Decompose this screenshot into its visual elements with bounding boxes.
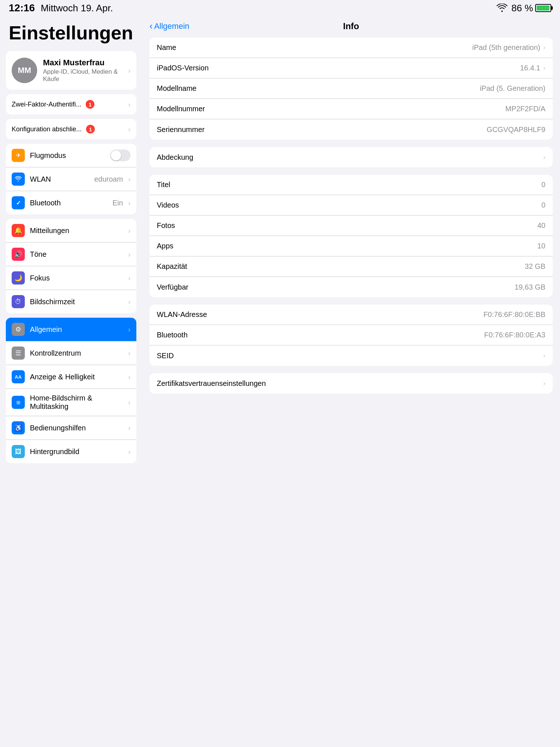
info-row-videos: Videos 0 <box>149 195 553 216</box>
network-card: WLAN-Adresse F0:76:6F:80:0E:BB Bluetooth… <box>149 305 553 366</box>
user-subtitle: Apple-ID, iCloud, Medien & Käufe <box>43 68 122 83</box>
sidebar-item-anzeige[interactable]: AA Anzeige & Helligkeit › <box>6 365 136 389</box>
preferences-group: 🔔 Mitteilungen › 🔊 Töne › 🌙 Fokus › ⏱ Bi… <box>6 219 136 313</box>
videos-value: 0 <box>541 201 545 209</box>
mitteilungen-label: Mitteilungen <box>30 227 123 235</box>
wlan-label: WLAN <box>30 175 89 183</box>
kontrollzentrum-label: Kontrollzentrum <box>30 349 123 357</box>
ipados-chevron: › <box>543 64 545 72</box>
seriennummer-label: Seriennummer <box>157 125 205 134</box>
name-value: iPad (5th generation) › <box>472 43 545 52</box>
sidebar-item-home[interactable]: ⊞ Home-Bildschirm & Multitasking › <box>6 389 136 416</box>
wlan-icon <box>12 173 25 186</box>
abdeckung-label: Abdeckung <box>157 153 193 162</box>
device-info-card: Name iPad (5th generation) › iPadOS-Vers… <box>149 38 553 140</box>
modellnummer-label: Modellnummer <box>157 105 205 113</box>
status-bar: 12:16 Mittwoch 19. Apr. 86 % <box>0 0 560 16</box>
name-value-text: iPad (5th generation) <box>472 43 540 52</box>
fokus-icon: 🌙 <box>12 271 25 285</box>
abdeckung-card: Abdeckung › <box>149 147 553 167</box>
fotos-value-text: 40 <box>537 221 545 230</box>
right-panel: ‹ Allgemein Info Name iPad (5th generati… <box>142 16 560 747</box>
bluetooth-icon: ✓ <box>12 196 25 209</box>
sidebar-item-fokus[interactable]: 🌙 Fokus › <box>6 266 136 290</box>
home-icon: ⊞ <box>12 396 25 409</box>
back-button[interactable]: ‹ Allgemein <box>149 20 189 32</box>
bildschirmzeit-label: Bildschirmzeit <box>30 298 123 306</box>
user-chevron: › <box>128 66 131 75</box>
fokus-label: Fokus <box>30 274 123 282</box>
info-row-kapazitaet: Kapazität 32 GB <box>149 256 553 277</box>
flugmodus-icon: ✈ <box>12 149 25 162</box>
abdeckung-chevron: › <box>543 154 545 161</box>
modellname-value-text: iPad (5. Generation) <box>480 84 545 93</box>
sidebar-item-bedienungshilfen[interactable]: ♿ Bedienungshilfen › <box>6 416 136 440</box>
info-row-titel: Titel 0 <box>149 175 553 195</box>
kontrollzentrum-icon: ☰ <box>12 347 25 360</box>
sidebar-item-mitteilungen[interactable]: 🔔 Mitteilungen › <box>6 219 136 243</box>
sidebar-item-toene[interactable]: 🔊 Töne › <box>6 243 136 266</box>
info-row-abdeckung[interactable]: Abdeckung › <box>149 147 553 167</box>
apps-label: Apps <box>157 242 174 250</box>
battery-icon <box>535 4 551 12</box>
titel-label: Titel <box>157 181 170 189</box>
ipados-label: iPadOS-Version <box>157 64 209 72</box>
sidebar-item-hintergrundbild[interactable]: 🖼 Hintergrundbild › <box>6 440 136 463</box>
info-row-modellnummer: Modellnummer MP2F2FD/A <box>149 99 553 119</box>
two-factor-left: Zwei-Faktor-Authentifi... 1 <box>12 100 94 109</box>
sidebar-item-allgemein[interactable]: ⚙ Allgemein › <box>6 318 136 341</box>
battery-percent: 86 % <box>512 3 533 14</box>
info-row-name[interactable]: Name iPad (5th generation) › <box>149 38 553 58</box>
bluetooth-address-value: F0:76:6F:80:0E:A3 <box>484 331 545 339</box>
two-factor-badge: 1 <box>86 100 94 109</box>
two-factor-banner[interactable]: Zwei-Faktor-Authentifi... 1 › <box>6 94 136 115</box>
info-row-seid[interactable]: SEID › <box>149 345 553 366</box>
info-row-bluetooth-address: Bluetooth F0:76:6F:80:0E:A3 <box>149 325 553 345</box>
wlan-address-value-text: F0:76:6F:80:0E:BB <box>483 310 545 319</box>
wlan-chevron: › <box>128 175 131 183</box>
apps-value: 10 <box>537 242 545 250</box>
seid-label: SEID <box>157 352 174 360</box>
abdeckung-value: › <box>543 154 545 161</box>
bedienungshilfen-label: Bedienungshilfen <box>30 424 123 432</box>
bedienungshilfen-icon: ♿ <box>12 421 25 434</box>
info-row-ipados[interactable]: iPadOS-Version 16.4.1 › <box>149 58 553 78</box>
konfiguration-banner[interactable]: Konfiguration abschlie... 1 › <box>6 119 136 139</box>
anzeige-label: Anzeige & Helligkeit <box>30 373 123 381</box>
seriennummer-value: GCGVQAP8HLF9 <box>487 125 545 134</box>
mitteilungen-icon: 🔔 <box>12 224 25 237</box>
detail-header: ‹ Allgemein Info <box>149 16 553 38</box>
info-row-zertifikate[interactable]: Zertifikatsvertrauenseinstellungen › <box>149 373 553 394</box>
fotos-label: Fotos <box>157 221 175 230</box>
anzeige-icon: AA <box>12 370 25 383</box>
info-row-wlan-address: WLAN-Adresse F0:76:6F:80:0E:BB <box>149 305 553 325</box>
videos-value-text: 0 <box>541 201 545 209</box>
name-chevron: › <box>543 44 545 51</box>
sidebar-item-wlan[interactable]: WLAN eduroam › <box>6 167 136 191</box>
toene-icon: 🔊 <box>12 248 25 261</box>
info-row-apps: Apps 10 <box>149 236 553 256</box>
sidebar-item-kontrollzentrum[interactable]: ☰ Kontrollzentrum › <box>6 341 136 365</box>
ipados-value: 16.4.1 › <box>520 64 545 72</box>
sidebar-item-bluetooth[interactable]: ✓ Bluetooth Ein › <box>6 191 136 214</box>
wlan-address-value: F0:76:6F:80:0E:BB <box>483 310 545 319</box>
user-profile[interactable]: MM Maxi Musterfrau Apple-ID, iCloud, Med… <box>6 51 136 90</box>
info-row-fotos: Fotos 40 <box>149 216 553 236</box>
system-group: ⚙ Allgemein › ☰ Kontrollzentrum › AA Anz… <box>6 318 136 463</box>
back-chevron-icon: ‹ <box>149 20 153 32</box>
bluetooth-label: Bluetooth <box>30 199 107 207</box>
flugmodus-toggle[interactable] <box>110 150 131 161</box>
sidebar-item-flugmodus[interactable]: ✈ Flugmodus <box>6 144 136 167</box>
flugmodus-label: Flugmodus <box>30 151 105 160</box>
bluetooth-value: Ein <box>112 199 123 207</box>
battery-fill <box>537 5 549 11</box>
kapazitaet-label: Kapazität <box>157 262 187 271</box>
verfuegbar-label: Verfügbar <box>157 283 188 291</box>
allgemein-chevron: › <box>128 325 131 334</box>
bildschirmzeit-icon: ⏱ <box>12 295 25 308</box>
bluetooth-address-value-text: F0:76:6F:80:0E:A3 <box>484 331 545 339</box>
konfiguration-badge: 1 <box>86 125 95 133</box>
videos-label: Videos <box>157 201 179 209</box>
name-label: Name <box>157 43 176 52</box>
sidebar-item-bildschirmzeit[interactable]: ⏱ Bildschirmzeit › <box>6 290 136 313</box>
